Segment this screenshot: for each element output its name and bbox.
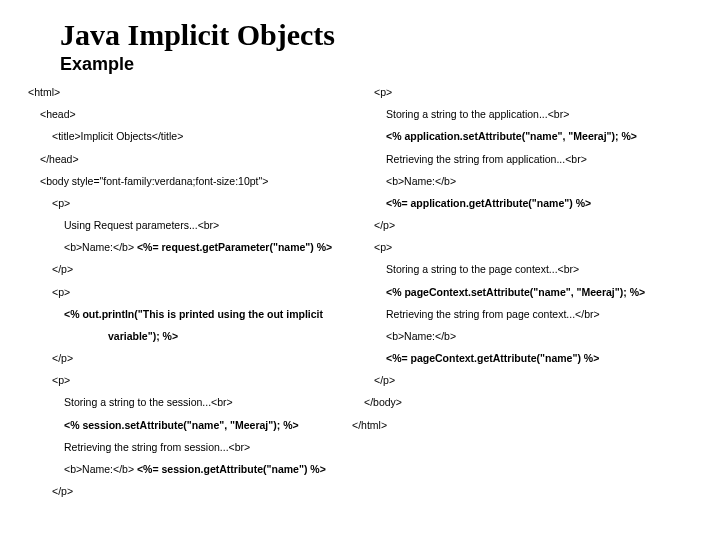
code-line: Storing a string to the page context...<…	[374, 262, 692, 276]
code-line: Using Request parameters...<br>	[28, 218, 346, 232]
code-line: </p>	[28, 484, 346, 498]
code-columns: <html> <head> <title>Implicit Objects</t…	[28, 85, 692, 506]
code-line: <p>	[28, 285, 346, 299]
code-line: </body>	[364, 395, 692, 409]
code-line: <body style="font-family:verdana;font-si…	[28, 174, 346, 188]
code-line: <b>Name:</b>	[374, 329, 692, 343]
right-column: <p> Storing a string to the application.…	[374, 85, 692, 506]
code-text: <b>Name:</b>	[64, 241, 137, 253]
code-line: Retrieving the string from application..…	[374, 152, 692, 166]
code-line: Storing a string to the application...<b…	[374, 107, 692, 121]
page-subtitle: Example	[60, 54, 692, 75]
code-bold: <%= pageContext.getAttribute("name") %>	[374, 351, 692, 365]
code-bold: variable"); %>	[28, 329, 346, 343]
code-line: </p>	[28, 262, 346, 276]
code-line: </p>	[28, 351, 346, 365]
code-bold: <% application.setAttribute("name", "Mee…	[374, 129, 692, 143]
code-line: <b>Name:</b>	[374, 174, 692, 188]
code-bold: <% pageContext.setAttribute("name", "Mee…	[374, 285, 692, 299]
page-title: Java Implicit Objects	[60, 18, 692, 52]
code-line: <p>	[374, 240, 692, 254]
code-line: Retrieving the string from page context.…	[374, 307, 692, 321]
code-bold: <% out.println("This is printed using th…	[28, 307, 346, 321]
code-line: <p>	[374, 85, 692, 99]
code-bold: <%= request.getParameter("name") %>	[137, 241, 332, 253]
code-text: <b>Name:</b>	[64, 463, 137, 475]
code-line: </p>	[374, 373, 692, 387]
code-bold: <%= session.getAttribute("name") %>	[137, 463, 326, 475]
code-line: <html>	[28, 85, 346, 99]
code-line: Storing a string to the session...<br>	[28, 395, 346, 409]
code-line: <p>	[28, 373, 346, 387]
code-bold: <% session.setAttribute("name", "Meeraj"…	[28, 418, 346, 432]
code-line: <b>Name:</b> <%= session.getAttribute("n…	[28, 462, 346, 476]
code-line: <title>Implicit Objects</title>	[28, 129, 346, 143]
code-line: <p>	[28, 196, 346, 210]
code-line: </p>	[374, 218, 692, 232]
code-line: <b>Name:</b> <%= request.getParameter("n…	[28, 240, 346, 254]
left-column: <html> <head> <title>Implicit Objects</t…	[28, 85, 346, 506]
code-line: </head>	[28, 152, 346, 166]
code-line: Retrieving the string from session...<br…	[28, 440, 346, 454]
code-line: <head>	[28, 107, 346, 121]
code-bold: <%= application.getAttribute("name") %>	[374, 196, 692, 210]
code-line: </html>	[352, 418, 692, 432]
